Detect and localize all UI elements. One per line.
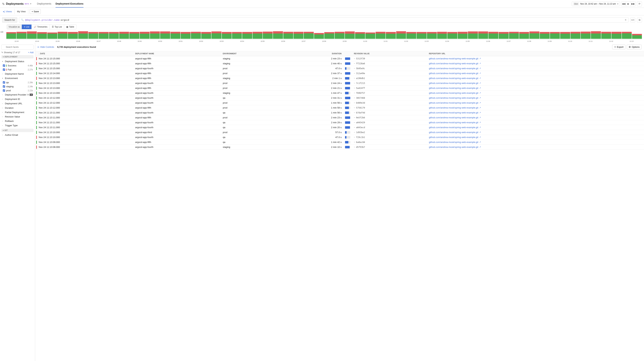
external-link-icon[interactable]: ↗ <box>479 92 481 94</box>
repo-link[interactable]: github.com/andrea-mosk/spring-web-exampl… <box>429 141 478 143</box>
table-row[interactable]: Nov 24 11:13:13.000argocd-app-fifthstagi… <box>35 76 644 81</box>
histogram-bar[interactable] <box>294 32 303 39</box>
col-name[interactable]: DEPLOYMENT NAME <box>134 51 221 56</box>
histogram-bar[interactable] <box>6 32 16 39</box>
histogram-bar[interactable] <box>519 32 529 39</box>
histogram-bar[interactable] <box>570 32 580 39</box>
histogram-bar[interactable] <box>242 32 252 39</box>
table-row[interactable]: Nov 24 11:13:13.000argocd-app-fifthprod2… <box>35 86 644 91</box>
checkbox-staging[interactable] <box>3 85 5 88</box>
facet-group-git[interactable]: ▾ GIT <box>2 129 34 132</box>
chevron-down-icon[interactable]: ▾ <box>30 3 31 5</box>
table-row[interactable]: Nov 24 11:13:12.000argocd-app-fourthprod… <box>35 100 644 105</box>
facet-check-qa[interactable]: qa 2.28k <box>2 80 34 84</box>
histogram-bar[interactable] <box>550 32 560 39</box>
table-row[interactable]: Nov 24 11:13:15.000argocd-app-fifthstagi… <box>35 61 644 66</box>
col-revision[interactable]: REVISION VALUE <box>352 51 427 56</box>
facet-check-success[interactable]: Success 4.46k <box>2 63 34 68</box>
col-repo[interactable]: REPOSITORY URL <box>427 51 644 56</box>
facet-add-button[interactable]: + Add <box>28 51 34 54</box>
table-row[interactable]: Nov 24 11:13:11.000argocd-app-fourthqa2 … <box>35 120 644 125</box>
histogram-bar[interactable] <box>622 32 632 39</box>
histogram-bar[interactable] <box>314 33 324 39</box>
external-link-icon[interactable]: ↗ <box>479 111 481 114</box>
external-link-icon[interactable]: ↗ <box>479 97 481 99</box>
tab-deployments[interactable]: Deployments <box>37 0 51 7</box>
facet-check-prod[interactable]: prod 2.22k <box>2 88 34 92</box>
histogram-bar[interactable] <box>540 32 550 39</box>
viz-list[interactable]: ≡List <box>22 24 32 29</box>
histogram-bar[interactable] <box>283 32 293 39</box>
copy-button[interactable]: ⧉ <box>637 17 642 22</box>
histogram-bar[interactable] <box>447 32 457 39</box>
clear-search-icon[interactable]: ✕ <box>625 18 626 21</box>
histogram-bar[interactable] <box>191 32 201 39</box>
external-link-icon[interactable]: ↗ <box>479 62 481 65</box>
histogram-bar[interactable] <box>140 32 150 39</box>
export-button[interactable]: ⇪Export <box>612 45 626 49</box>
repo-link[interactable]: github.com/andrea-mosk/spring-web-exampl… <box>429 97 478 99</box>
viz-timeseries[interactable]: 📈Timeseries <box>32 24 50 29</box>
histogram-bar[interactable] <box>252 32 262 39</box>
repo-link[interactable]: github.com/andrea-mosk/spring-web-exampl… <box>429 121 478 124</box>
repo-link[interactable]: github.com/andrea-mosk/spring-web-exampl… <box>429 82 478 84</box>
histogram-bar[interactable] <box>68 32 78 39</box>
repo-link[interactable]: github.com/andrea-mosk/spring-web-exampl… <box>429 106 478 109</box>
facet-trigger-type[interactable]: ›Trigger Type <box>2 123 34 128</box>
histogram-bar[interactable] <box>181 32 190 39</box>
code-view-button[interactable]: </> <box>630 17 635 22</box>
external-link-icon[interactable]: ↗ <box>479 87 481 89</box>
facet-deployment-url[interactable]: ›Deployment URL <box>2 101 34 106</box>
external-link-icon[interactable]: ↗ <box>479 82 481 84</box>
histogram-bar[interactable] <box>212 31 221 39</box>
repo-link[interactable]: github.com/andrea-mosk/spring-web-exampl… <box>429 67 478 70</box>
checkbox-prod[interactable] <box>3 89 5 92</box>
checkbox-fail[interactable] <box>3 68 5 71</box>
histogram-bar[interactable] <box>406 32 416 39</box>
table-wrap[interactable]: ↓ DATE DEPLOYMENT NAME ENVIRONMENT DURAT… <box>35 51 644 361</box>
histogram-bar[interactable] <box>601 32 611 39</box>
table-row[interactable]: Nov 24 11:13:11.000argocd-app-fourthqa2 … <box>35 125 644 130</box>
histogram-bar[interactable] <box>27 31 37 39</box>
histogram-bar[interactable] <box>366 32 375 39</box>
histogram-bar[interactable] <box>458 32 468 39</box>
facet-deployment-provider[interactable]: ›Deployment Provider ⏷✕ <box>2 92 34 97</box>
external-link-icon[interactable]: ↗ <box>479 77 481 79</box>
external-link-icon[interactable]: ↗ <box>479 126 481 128</box>
histogram-bar[interactable] <box>119 32 129 39</box>
facet-author-email[interactable]: ›Author Email <box>2 133 34 137</box>
repo-link[interactable]: github.com/andrea-mosk/spring-web-exampl… <box>429 146 478 148</box>
histogram-bar[interactable] <box>416 32 426 39</box>
facet-deployment-id[interactable]: ›Deployment ID <box>2 97 34 101</box>
repo-link[interactable]: github.com/andrea-mosk/spring-web-exampl… <box>429 72 478 75</box>
repo-link[interactable]: github.com/andrea-mosk/spring-web-exampl… <box>429 111 478 114</box>
refresh-button[interactable]: ⟳ <box>637 1 642 6</box>
facet-revision-value[interactable]: ›Revision Value <box>2 114 34 119</box>
histogram-bar[interactable] <box>109 32 119 39</box>
save-button[interactable]: + Save <box>30 9 41 14</box>
external-link-icon[interactable]: ↗ <box>479 102 481 104</box>
histogram-bar[interactable] <box>581 32 590 39</box>
facet-check-staging[interactable]: staging 2.24k <box>2 84 34 88</box>
table-row[interactable]: Nov 24 11:13:10.000argocd-app-fourthqa47… <box>35 135 644 140</box>
checkbox-success[interactable] <box>3 64 5 67</box>
repo-link[interactable]: github.com/andrea-mosk/spring-web-exampl… <box>429 62 478 65</box>
histogram-bar[interactable] <box>468 31 478 39</box>
repo-link[interactable]: github.com/andrea-mosk/spring-web-exampl… <box>429 131 478 134</box>
table-row[interactable]: Nov 24 11:13:12.000argocd-app-fifthprod1… <box>35 105 644 110</box>
external-link-icon[interactable]: ↗ <box>479 121 481 124</box>
facet-environment[interactable]: ▾Environment <box>2 76 34 80</box>
viz-table[interactable]: ▦Table <box>64 24 76 29</box>
histogram-bar[interactable] <box>222 32 232 39</box>
time-play-button[interactable]: ▶ <box>626 1 631 6</box>
facet-rollback[interactable]: ›Rollback <box>2 119 34 123</box>
histogram-bar[interactable] <box>58 32 68 39</box>
histogram-bar[interactable] <box>612 32 621 39</box>
my-view-button[interactable]: My View <box>14 9 28 14</box>
tab-deployment-executions[interactable]: Deployment Executions <box>56 0 84 7</box>
histogram-bar[interactable] <box>304 32 314 39</box>
table-row[interactable]: Nov 24 11:13:10.000argocd-app-thirdprod5… <box>35 130 644 135</box>
histogram-bar[interactable] <box>16 32 26 39</box>
histogram-bar[interactable] <box>232 32 242 39</box>
time-range-picker[interactable]: 31m Nov 24, 10:42 am – Nov 24, 11:13 am … <box>572 1 620 6</box>
